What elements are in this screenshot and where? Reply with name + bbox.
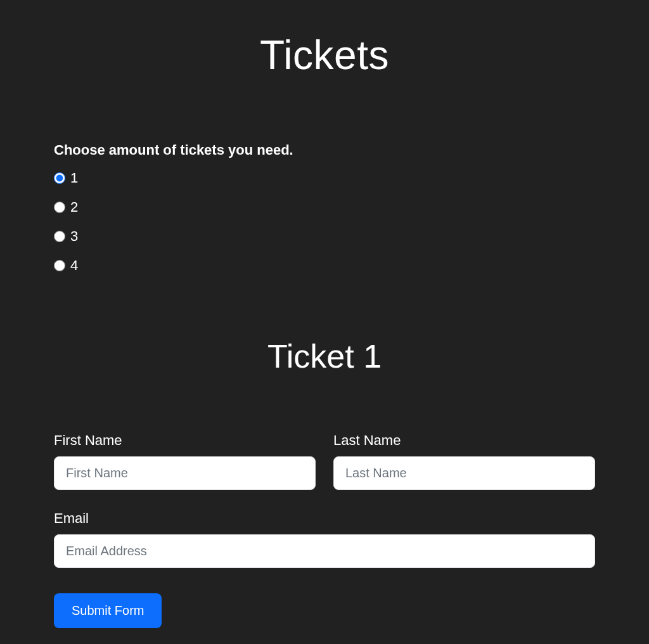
- radio-label-2: 2: [70, 199, 78, 216]
- last-name-input[interactable]: [333, 456, 595, 490]
- radio-label-1: 1: [70, 170, 78, 186]
- ticket-section-heading: Ticket 1: [54, 337, 595, 375]
- page-title: Tickets: [54, 32, 595, 79]
- radio-input-4[interactable]: [54, 260, 65, 271]
- submit-button[interactable]: Submit Form: [54, 593, 162, 628]
- email-group: Email: [54, 510, 595, 568]
- radio-option-2[interactable]: 2: [54, 199, 595, 216]
- ticket-amount-prompt: Choose amount of tickets you need.: [54, 142, 595, 158]
- first-name-group: First Name: [54, 432, 316, 490]
- name-row: First Name Last Name: [54, 432, 595, 490]
- ticket-amount-radio-group: 1 2 3 4: [54, 170, 595, 274]
- email-input[interactable]: [54, 534, 595, 568]
- radio-input-1[interactable]: [54, 172, 65, 184]
- radio-label-4: 4: [70, 257, 78, 274]
- last-name-group: Last Name: [333, 432, 595, 490]
- email-label: Email: [54, 510, 595, 527]
- radio-input-3[interactable]: [54, 231, 65, 242]
- first-name-input[interactable]: [54, 456, 316, 490]
- first-name-label: First Name: [54, 432, 316, 449]
- radio-option-1[interactable]: 1: [54, 170, 595, 186]
- radio-option-3[interactable]: 3: [54, 228, 595, 245]
- last-name-label: Last Name: [333, 432, 595, 449]
- radio-input-2[interactable]: [54, 202, 65, 213]
- radio-option-4[interactable]: 4: [54, 257, 595, 274]
- radio-label-3: 3: [70, 228, 78, 245]
